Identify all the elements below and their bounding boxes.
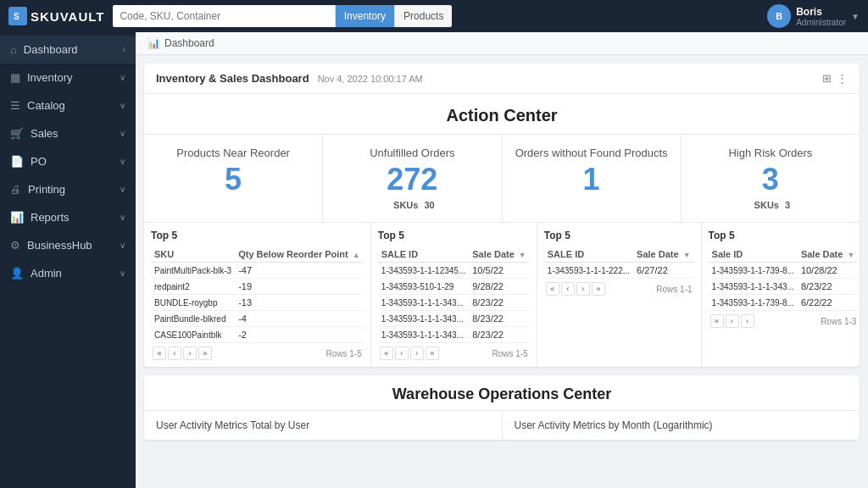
date-cell: 6/22/22 bbox=[798, 295, 859, 311]
pg-next-0[interactable]: › bbox=[183, 347, 197, 360]
sidebar-item-catalog[interactable]: ☰ Catalog ∨ bbox=[0, 92, 136, 119]
pg-prev-3[interactable]: ‹ bbox=[726, 314, 739, 328]
warehouse-card-0: User Activity Metrics Total by User bbox=[144, 411, 503, 440]
sidebar-label-dashboard: Dashboard bbox=[24, 43, 78, 56]
logo: S SKUVAULT bbox=[8, 7, 104, 25]
nav-user: B Boris Administrator ▼ bbox=[767, 4, 860, 28]
svg-text:S: S bbox=[14, 12, 20, 21]
sidebar: ⌂ Dashboard › ▦ Inventory ∨ ☰ Catalog ∨ … bbox=[0, 32, 136, 488]
content-area: 📊 Dashboard Inventory & Sales Dashboard … bbox=[136, 32, 868, 488]
logo-icon: S bbox=[8, 7, 27, 25]
table-row: 1-343593-1-1-1-343...8/23/22 bbox=[709, 279, 859, 295]
panel-header: Inventory & Sales Dashboard Nov 4, 2022 … bbox=[144, 64, 860, 94]
chevron-down-icon-4: ∨ bbox=[120, 157, 125, 166]
pg-next-next-0[interactable]: » bbox=[198, 347, 212, 360]
user-name: Boris bbox=[796, 6, 846, 18]
table-row: redpaint2-19 bbox=[151, 279, 364, 295]
col-sku: SKU bbox=[151, 247, 235, 263]
high-risk-table: Sale ID Sale Date ▼ 1-343593-1-1-739-8..… bbox=[709, 247, 859, 311]
printing-icon: 🖨 bbox=[10, 183, 21, 196]
sidebar-label-sales: Sales bbox=[31, 127, 58, 140]
chevron-down-icon-5: ∨ bbox=[120, 185, 125, 194]
breadcrumb: 📊 Dashboard bbox=[136, 32, 868, 55]
sku-cell: BUNDLE-roygbp bbox=[151, 295, 235, 311]
date-cell: 10/5/22 bbox=[469, 263, 530, 279]
logo-text: SKUVAULT bbox=[31, 9, 104, 24]
pagination-3: « ‹ › bbox=[710, 314, 754, 328]
col-sale-id-2: SALE ID bbox=[544, 247, 633, 263]
date-cell: 8/23/22 bbox=[469, 295, 530, 311]
businesshub-icon: ⚙ bbox=[10, 239, 20, 252]
sidebar-item-admin[interactable]: 👤 Admin ∨ bbox=[0, 259, 136, 287]
pg-next-1[interactable]: › bbox=[410, 347, 424, 360]
sidebar-item-businesshub[interactable]: ⚙ BusinessHub ∨ bbox=[0, 231, 136, 259]
sale-id-cell: 1-343593-510-1-29 bbox=[378, 279, 470, 295]
more-options-icon[interactable]: ⋮ bbox=[837, 72, 848, 85]
pg-next-next-2[interactable]: » bbox=[592, 282, 605, 296]
chevron-down-icon-7: ∨ bbox=[120, 241, 125, 250]
no-products-table: SALE ID Sale Date ▼ 1-343593-1-1-1-222..… bbox=[544, 247, 694, 279]
admin-icon: 👤 bbox=[10, 267, 24, 280]
pg-prev-prev-1[interactable]: « bbox=[380, 347, 393, 360]
sidebar-label-printing: Printing bbox=[28, 183, 65, 196]
search-tab-inventory[interactable]: Inventory bbox=[335, 5, 394, 27]
pg-next-next-1[interactable]: » bbox=[426, 347, 439, 360]
chevron-down-icon-8: ∨ bbox=[120, 269, 125, 278]
sku-cell: PaintBundle-blkred bbox=[151, 311, 235, 327]
sidebar-item-reports[interactable]: 📊 Reports ∨ bbox=[0, 203, 136, 231]
chevron-right-icon: › bbox=[123, 45, 125, 54]
metric-value-2: 1 bbox=[511, 164, 672, 195]
rows-label-3: Rows 1-3 bbox=[821, 317, 856, 326]
pg-prev-1[interactable]: ‹ bbox=[395, 347, 409, 360]
user-chevron-icon[interactable]: ▼ bbox=[851, 12, 860, 21]
pg-next-2[interactable]: › bbox=[576, 282, 590, 296]
sidebar-item-inventory[interactable]: ▦ Inventory ∨ bbox=[0, 64, 136, 92]
pg-prev-prev-3[interactable]: « bbox=[710, 314, 724, 328]
col-qty[interactable]: Qty Below Reorder Point ▲ bbox=[235, 247, 364, 263]
sku-cell: PaintMultiPack-blk-3 bbox=[151, 263, 235, 279]
pg-prev-2[interactable]: ‹ bbox=[561, 282, 575, 296]
chevron-down-icon: ∨ bbox=[120, 73, 125, 82]
col-sale-date-2[interactable]: Sale Date ▼ bbox=[633, 247, 694, 263]
search-input[interactable] bbox=[113, 5, 334, 27]
sidebar-item-po[interactable]: 📄 PO ∨ bbox=[0, 147, 136, 175]
sidebar-item-dashboard[interactable]: ⌂ Dashboard › bbox=[0, 36, 136, 64]
table-row: CASE100Paintblk-2 bbox=[151, 327, 364, 343]
metric-label-3: High Risk Orders bbox=[690, 147, 851, 159]
po-icon: 📄 bbox=[10, 155, 24, 168]
sidebar-item-sales[interactable]: 🛒 Sales ∨ bbox=[0, 119, 136, 147]
sidebar-label-inventory: Inventory bbox=[27, 71, 72, 84]
table-row: 1-343593-1-1-1-343...8/23/22 bbox=[378, 311, 530, 327]
date-cell: 10/28/22 bbox=[798, 263, 859, 279]
col-sale-id-1: SALE ID bbox=[378, 247, 470, 263]
date-cell: -47 bbox=[235, 263, 364, 279]
action-center-title: Action Center bbox=[144, 94, 860, 134]
table-footer-1: « ‹ › » Rows 1-5 bbox=[378, 343, 530, 360]
pg-prev-prev-0[interactable]: « bbox=[153, 347, 166, 360]
table-row: 1-343593-1-1-739-8...10/28/22 bbox=[709, 263, 859, 279]
search-tab-products-label: Products bbox=[403, 10, 443, 22]
date-cell: 8/23/22 bbox=[469, 327, 530, 343]
pg-next-3[interactable]: › bbox=[741, 314, 754, 328]
metrics-row: Products Near Reorder 5 Unfulfilled Orde… bbox=[144, 134, 860, 222]
table-row: 1-343593-1-1-1-343...8/23/22 bbox=[378, 295, 530, 311]
sidebar-item-printing[interactable]: 🖨 Printing ∨ bbox=[0, 175, 136, 203]
col-sale-date-1[interactable]: Sale Date ▼ bbox=[469, 247, 530, 263]
date-cell: 8/23/22 bbox=[798, 279, 859, 295]
warehouse-card-label-0: User Activity Metrics Total by User bbox=[156, 419, 309, 431]
pg-prev-prev-2[interactable]: « bbox=[546, 282, 559, 296]
metric-products-reorder: Products Near Reorder 5 bbox=[144, 135, 323, 222]
table-title-2: Top 5 bbox=[544, 230, 694, 241]
pg-prev-0[interactable]: ‹ bbox=[168, 347, 181, 360]
export-icon[interactable]: ⊞ bbox=[822, 72, 832, 85]
col-sale-date-3[interactable]: Sale Date ▼ bbox=[798, 247, 859, 263]
rows-label-0: Rows 1-5 bbox=[326, 349, 361, 358]
reorder-table: SKU Qty Below Reorder Point ▲ PaintMulti… bbox=[151, 247, 364, 343]
sale-id-cell: 1-343593-1-1-12345... bbox=[378, 263, 470, 279]
search-tab-products[interactable]: Products bbox=[394, 5, 452, 27]
sidebar-label-admin: Admin bbox=[31, 267, 62, 280]
metric-value-3: 3 bbox=[690, 164, 851, 195]
panel-date: Nov 4, 2022 10:00:17 AM bbox=[318, 74, 423, 84]
chevron-down-icon-6: ∨ bbox=[120, 213, 125, 222]
table-row: 1-343593-1-1-739-8...6/22/22 bbox=[709, 295, 859, 311]
